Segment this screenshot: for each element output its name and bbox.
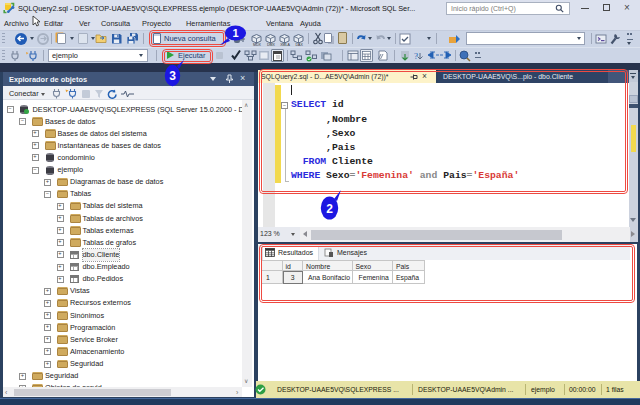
svg-text:MDX: MDX [253, 42, 262, 45]
svg-text:?: ? [414, 51, 418, 61]
svg-text:DAX: DAX [295, 42, 303, 45]
svg-text:DMX: DMX [267, 42, 276, 45]
svg-text:XMLA: XMLA [280, 42, 290, 45]
